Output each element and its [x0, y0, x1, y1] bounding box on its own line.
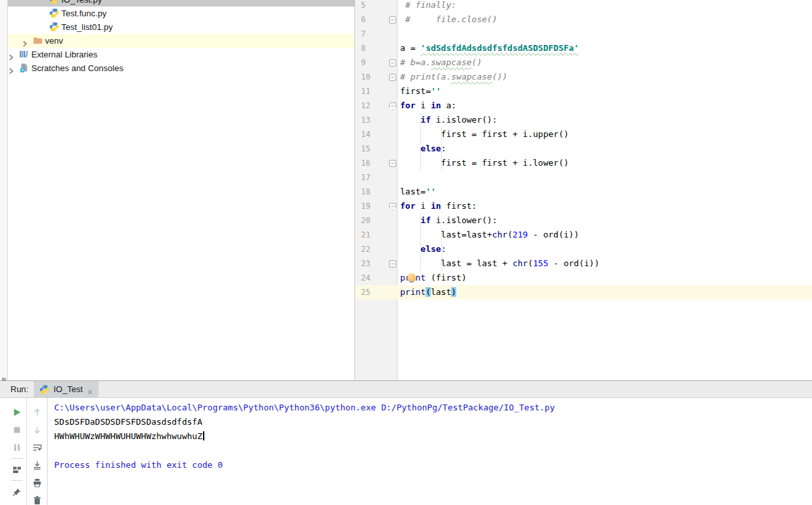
tree-item-label: IO_Test.py [61, 0, 102, 5]
code-segment: (first) [426, 273, 467, 283]
tree-item-scratches-and-consoles[interactable]: Scratches and Consoles [8, 61, 354, 75]
fold-marker-icon[interactable] [389, 260, 396, 268]
line-number: 23 [361, 256, 370, 271]
code-line-16[interactable]: first = first + i.lower() [400, 156, 569, 170]
console-text: HWhWHUWzWHWHWUHUWHWzhwhwuwhuZ [54, 431, 202, 441]
toolbar-separator [11, 458, 23, 459]
line-number: 17 [361, 170, 370, 185]
code-line-6[interactable]: # file.close() [400, 12, 497, 27]
python-file-icon [39, 384, 50, 395]
fold-marker-icon[interactable] [389, 16, 396, 23]
code-segment: first = first + i.lower() [400, 158, 569, 168]
intention-bulb-icon[interactable] [407, 273, 416, 282]
line-number: 22 [361, 242, 370, 256]
rerun-button[interactable] [8, 403, 26, 421]
code-line-19[interactable]: for i in first: [400, 199, 476, 213]
tree-item-label: venv [45, 36, 63, 46]
run-tab-io-test[interactable]: IO_Test [34, 381, 99, 397]
code-line-25[interactable]: print(last) [400, 285, 456, 299]
line-number: 19 [361, 199, 370, 213]
restore-layout-button[interactable] [8, 461, 26, 478]
code-segment: for [400, 201, 415, 211]
code-segment: ) [451, 287, 456, 297]
code-line-10[interactable]: # print(a.swapcase()) [400, 70, 507, 84]
line-number: 11 [361, 84, 370, 99]
tree-item-external-libraries[interactable]: External Libraries [8, 48, 354, 61]
project-tree: IO_Test.pyTest.func.pyTest_list01.pyvenv… [8, 0, 355, 380]
line-number: 15 [361, 142, 370, 156]
code-segment: swapcase [451, 72, 492, 82]
tree-item-label: Test_list01.py [61, 22, 113, 32]
folder-icon [33, 35, 43, 46]
code-segment: i [415, 201, 430, 211]
up-stack-trace-button[interactable] [27, 403, 47, 421]
code-line-12[interactable]: for i in a: [400, 99, 456, 113]
code-editor[interactable]: 5 # finally:6 # file.close()78a = 'sdSds… [355, 0, 812, 380]
run-toolbar-console [27, 398, 48, 505]
line-number: 24 [361, 271, 370, 285]
toolbar-separator [11, 480, 23, 481]
code-segment: print [400, 287, 426, 297]
line-number: 18 [361, 185, 370, 199]
scroll-to-end-button[interactable] [27, 456, 47, 474]
clear-all-button[interactable] [27, 491, 47, 505]
pause-output-button[interactable] [8, 438, 26, 456]
stop-button[interactable] [8, 421, 26, 438]
fold-marker-icon[interactable] [389, 74, 396, 81]
code-segment [400, 244, 420, 254]
code-line-9[interactable]: # b=a.swapcase() [400, 55, 482, 70]
code-segment: swapcase [431, 57, 472, 67]
run-header-bar: Run: IO_Test [0, 381, 812, 398]
code-line-18[interactable]: last='' [400, 185, 436, 199]
code-segment: a = [400, 43, 420, 53]
code-line-15[interactable]: else: [400, 142, 446, 156]
code-line-22[interactable]: else: [400, 242, 446, 256]
text-caret [203, 431, 204, 440]
code-line-8[interactable]: a = 'sdSdsfdAdsdsdfsfdsdASDSDFDSFa' [400, 41, 579, 55]
fold-marker-icon[interactable] [389, 160, 396, 167]
code-segment: a: [441, 100, 456, 110]
code-segment [400, 215, 420, 225]
code-segment: if [420, 115, 431, 125]
run-body: C:\Users\user\AppData\Local\Programs\Pyt… [0, 398, 812, 505]
print-button[interactable] [27, 474, 47, 491]
libraries-icon [19, 49, 29, 59]
tree-item-io-test-py[interactable]: IO_Test.py [8, 0, 354, 7]
fold-marker-icon[interactable] [389, 59, 396, 67]
down-stack-trace-button[interactable] [27, 421, 47, 438]
code-segment: last=last+ [400, 230, 492, 239]
tree-item-test-func-py[interactable]: Test.func.py [8, 7, 354, 20]
soft-wrap-button[interactable] [27, 438, 47, 456]
code-line-20[interactable]: if i.islower(): [400, 213, 497, 228]
code-segment: # print(a. [400, 72, 451, 82]
code-segment: 'sdSdsfdAdsdsdfsfdsdASDSDFDSFa' [420, 43, 579, 53]
close-icon[interactable] [87, 386, 93, 393]
code-segment: () [472, 57, 482, 67]
run-tab-label: IO_Test [54, 384, 83, 394]
chevron-right-icon[interactable] [8, 52, 14, 58]
code-line-13[interactable]: if i.islower(): [400, 113, 497, 127]
line-number: 13 [361, 113, 370, 127]
pin-tab-button[interactable] [8, 483, 26, 500]
code-line-14[interactable]: first = first + i.upper() [400, 127, 569, 142]
code-line-23[interactable]: last = last + chr(155 - ord(i)) [400, 256, 599, 271]
code-line-11[interactable]: first='' [400, 84, 441, 99]
python-file-icon [49, 22, 59, 32]
run-label: Run: [10, 384, 28, 394]
line-number: 9 [361, 55, 366, 70]
line-number: 7 [361, 27, 366, 41]
tree-item-venv[interactable]: venv [8, 34, 354, 48]
tree-item-test-list01-py[interactable]: Test_list01.py [8, 20, 354, 34]
line-number: 5 [361, 0, 366, 12]
console-line: Process finished with exit code 0 [54, 458, 223, 472]
line-number: 20 [361, 213, 370, 228]
run-toolbar-main [8, 398, 27, 505]
python-file-icon [49, 0, 59, 5]
code-segment: first= [400, 86, 431, 96]
code-line-21[interactable]: last=last+chr(219 - ord(i)) [400, 228, 579, 242]
code-line-5[interactable]: # finally: [400, 0, 456, 12]
console-text: C:\Users\user\AppData\Local\Programs\Pyt… [54, 403, 555, 412]
console-output[interactable]: C:\Users\user\AppData\Local\Programs\Pyt… [48, 398, 812, 505]
chevron-right-icon[interactable] [8, 65, 14, 72]
chevron-right-icon[interactable] [22, 38, 28, 44]
